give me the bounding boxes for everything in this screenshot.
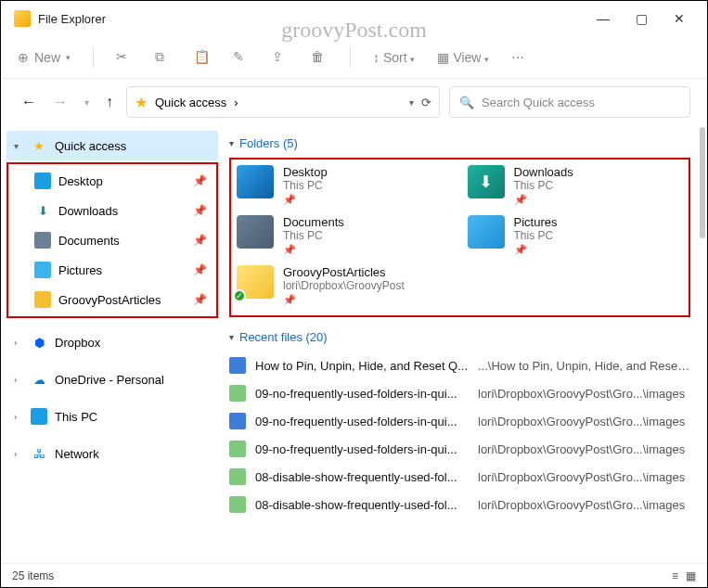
- word-icon: [229, 357, 246, 374]
- image-icon: [229, 496, 246, 513]
- image-icon: [229, 441, 246, 457]
- copy-icon[interactable]: ⧉: [155, 49, 172, 66]
- new-button[interactable]: ⊕ New ▾: [18, 50, 71, 65]
- rename-icon[interactable]: ✎: [233, 49, 250, 66]
- recent-drop[interactable]: ▾: [81, 94, 93, 111]
- close-button[interactable]: ✕: [674, 11, 685, 26]
- sidebar-item-thispc[interactable]: ›This PC: [6, 402, 218, 431]
- documents-icon: [34, 232, 51, 249]
- recent-item[interactable]: 09-no-frequently-used-folders-in-qui...l…: [229, 435, 690, 463]
- pictures-icon: [468, 215, 505, 249]
- pin-icon: 📌: [193, 234, 207, 247]
- star-icon: ★: [135, 94, 148, 111]
- address-drop-icon[interactable]: ▾: [409, 97, 414, 108]
- star-icon: ★: [31, 137, 47, 154]
- sidebar-item-groovypost[interactable]: GroovyPostArticles📌: [10, 285, 214, 314]
- image-icon: [229, 468, 246, 485]
- chevron-down-icon: ▾: [14, 141, 23, 151]
- downloads-icon: ⬇: [34, 202, 51, 219]
- folder-icon: [34, 291, 51, 308]
- forward-button[interactable]: →: [49, 90, 71, 114]
- folder-downloads[interactable]: ⬇DownloadsThis PC📌: [468, 165, 684, 206]
- sidebar-item-pictures[interactable]: Pictures📌: [10, 255, 214, 285]
- item-count: 25 items: [12, 569, 54, 582]
- sidebar-item-documents[interactable]: Documents📌: [10, 225, 214, 255]
- image-icon: [229, 385, 246, 402]
- app-icon: [14, 10, 31, 27]
- pin-icon: 📌: [193, 204, 207, 217]
- recent-item[interactable]: 08-disable-show-frequently-used-fol...lo…: [229, 463, 690, 491]
- snagit-icon: [229, 413, 246, 429]
- recent-list: How to Pin, Unpin, Hide, and Reset Q....…: [229, 352, 690, 518]
- network-icon: 🖧: [31, 445, 47, 462]
- recent-header[interactable]: ▾Recent files (20): [229, 330, 690, 344]
- folder-desktop[interactable]: DesktopThis PC📌: [237, 165, 453, 206]
- folder-documents[interactable]: DocumentsThis PC📌: [237, 215, 453, 256]
- sidebar-pinned-group: Desktop📌 ⬇Downloads📌 Documents📌 Pictures…: [6, 162, 218, 318]
- sidebar-item-onedrive[interactable]: ›☁OneDrive - Personal: [6, 364, 218, 394]
- scrollbar[interactable]: [700, 127, 705, 238]
- search-placeholder: Search Quick access: [482, 96, 595, 109]
- search-input[interactable]: 🔍 Search Quick access: [449, 86, 690, 118]
- sidebar-item-downloads[interactable]: ⬇Downloads📌: [10, 196, 214, 225]
- refresh-button[interactable]: ⟳: [421, 96, 431, 109]
- paste-icon[interactable]: 📋: [194, 49, 211, 66]
- sort-button[interactable]: ↕ Sort ▾: [373, 50, 415, 65]
- address-bar[interactable]: ★ Quick access › ▾ ⟳: [126, 86, 440, 118]
- up-button[interactable]: ↑: [102, 90, 117, 114]
- recent-item[interactable]: 09-no-frequently-used-folders-in-qui...l…: [229, 407, 690, 435]
- pin-icon: 📌: [193, 293, 207, 306]
- maximize-button[interactable]: ▢: [636, 11, 648, 26]
- nav-row: ← → ▾ ↑ ★ Quick access › ▾ ⟳ 🔍 Search Qu…: [1, 79, 707, 125]
- recent-item[interactable]: How to Pin, Unpin, Hide, and Reset Q....…: [229, 352, 690, 379]
- view-button[interactable]: ▦ View ▾: [437, 50, 489, 65]
- window-title: File Explorer: [38, 12, 106, 26]
- folders-header[interactable]: ▾Folders (5): [229, 136, 690, 150]
- share-icon[interactable]: ⇪: [272, 49, 289, 66]
- thumbnails-view-button[interactable]: ▦: [686, 569, 696, 582]
- desktop-icon: [34, 173, 51, 189]
- status-bar: 25 items ≡ ▦: [1, 563, 707, 587]
- minimize-button[interactable]: —: [597, 11, 610, 26]
- delete-icon[interactable]: 🗑: [311, 49, 328, 66]
- folder-groovypost[interactable]: ✓GroovyPostArticleslori\Dropbox\GroovyPo…: [237, 265, 453, 306]
- documents-icon: [237, 215, 274, 249]
- sidebar-item-dropbox[interactable]: ›⬢Dropbox: [6, 327, 218, 357]
- folder-icon: ✓: [237, 265, 274, 299]
- recent-item[interactable]: 09-no-frequently-used-folders-in-qui...l…: [229, 379, 690, 407]
- pc-icon: [31, 408, 47, 425]
- titlebar: File Explorer — ▢ ✕: [1, 1, 707, 36]
- sidebar-quick-access[interactable]: ▾ ★ Quick access: [6, 131, 218, 160]
- toolbar: ⊕ New ▾ ✂ ⧉ 📋 ✎ ⇪ 🗑 ↕ Sort ▾ ▦ View ▾ ⋯: [1, 36, 707, 79]
- dropbox-icon: ⬢: [31, 334, 47, 351]
- details-view-button[interactable]: ≡: [672, 569, 678, 582]
- content-pane: ▾Folders (5) DesktopThis PC📌 ⬇DownloadsT…: [224, 125, 707, 563]
- folder-pictures[interactable]: PicturesThis PC📌: [468, 215, 684, 256]
- cut-icon[interactable]: ✂: [116, 49, 133, 66]
- pin-icon: 📌: [193, 263, 207, 276]
- pin-icon: 📌: [193, 174, 207, 187]
- sidebar-item-desktop[interactable]: Desktop📌: [10, 166, 214, 196]
- search-icon: 🔍: [459, 96, 474, 109]
- folders-grid: DesktopThis PC📌 ⬇DownloadsThis PC📌 Docum…: [229, 158, 690, 317]
- downloads-icon: ⬇: [468, 165, 505, 198]
- recent-item[interactable]: 08-disable-show-frequently-used-fol...lo…: [229, 491, 690, 518]
- back-button[interactable]: ←: [18, 90, 40, 114]
- breadcrumb[interactable]: Quick access: [155, 96, 226, 109]
- desktop-icon: [237, 165, 274, 198]
- pictures-icon: [34, 262, 51, 278]
- sidebar: ▾ ★ Quick access Desktop📌 ⬇Downloads📌 Do…: [1, 125, 224, 563]
- sidebar-item-network[interactable]: ›🖧Network: [6, 439, 218, 468]
- more-button[interactable]: ⋯: [511, 50, 524, 65]
- breadcrumb-chevron[interactable]: ›: [234, 96, 238, 109]
- onedrive-icon: ☁: [31, 371, 47, 388]
